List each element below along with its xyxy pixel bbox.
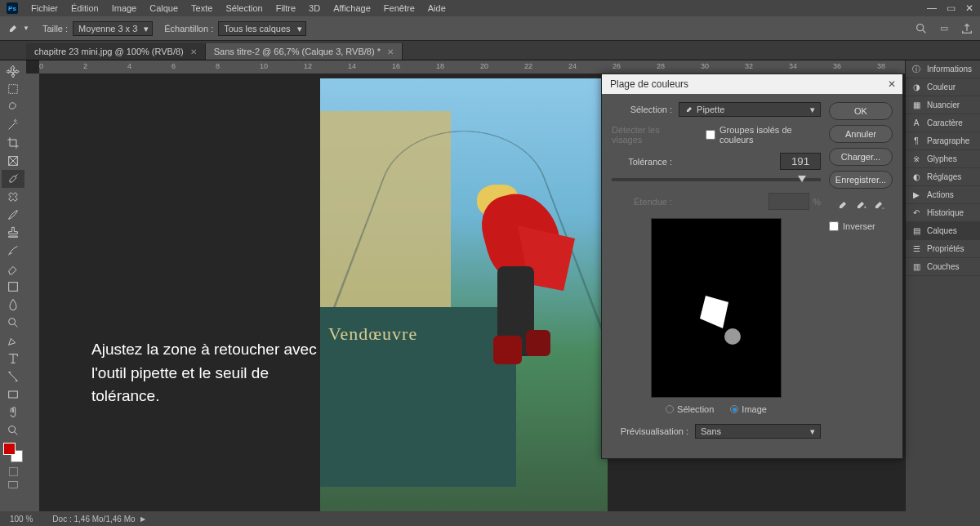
- eraser-tool[interactable]: [2, 260, 24, 278]
- save-button[interactable]: Enregistrer...: [829, 171, 893, 189]
- para-icon: ¶: [911, 136, 922, 147]
- menu-fichier[interactable]: Fichier: [24, 2, 65, 15]
- lasso-tool[interactable]: [2, 98, 24, 116]
- panel-caractère[interactable]: ACaractère: [906, 114, 980, 132]
- dodge-tool[interactable]: [2, 314, 24, 332]
- size-select[interactable]: Moyenne 3 x 3: [73, 21, 153, 36]
- search-icon[interactable]: [915, 22, 928, 35]
- rect-tool[interactable]: [2, 386, 24, 403]
- panel-actions[interactable]: ▶Actions: [906, 186, 980, 204]
- tolerance-slider[interactable]: [612, 178, 821, 181]
- document-tab[interactable]: Sans titre-2 @ 66,7% (Calque 3, RVB/8) *…: [206, 43, 403, 60]
- panel-glyphes[interactable]: ※Glyphes: [906, 150, 980, 168]
- panel-calques[interactable]: ▤Calques: [906, 222, 980, 240]
- preview-label: Prévisualisation :: [612, 426, 688, 436]
- eyedropper-icon[interactable]: [836, 198, 849, 212]
- menu-affichage[interactable]: Affichage: [327, 2, 377, 15]
- frame-icon[interactable]: ▭: [938, 22, 951, 35]
- document-tab[interactable]: chapitre 23 mini.jpg @ 100% (RVB/8)✕: [26, 43, 206, 60]
- heal-tool[interactable]: [2, 188, 24, 206]
- eyedropper-icon: [7, 22, 20, 35]
- close-tab-icon[interactable]: ✕: [190, 47, 197, 56]
- eyedropper-minus-icon[interactable]: [872, 198, 885, 212]
- char-icon: A: [911, 118, 922, 129]
- menu-3d[interactable]: 3D: [302, 2, 327, 15]
- menu-filtre[interactable]: Filtre: [270, 2, 302, 15]
- load-button[interactable]: Charger...: [829, 148, 893, 166]
- range-label: Étendue :: [612, 197, 672, 207]
- panel-propriétés[interactable]: ☰Propriétés: [906, 240, 980, 258]
- panel-couches[interactable]: ▥Couches: [906, 258, 980, 276]
- tolerance-label: Tolérance :: [612, 157, 672, 167]
- cancel-button[interactable]: Annuler: [829, 125, 893, 143]
- maximize-icon[interactable]: ▭: [947, 2, 956, 14]
- isolated-groups-checkbox[interactable]: Groupes isolés de couleurs: [706, 125, 821, 145]
- zoom-level[interactable]: 100 %: [10, 515, 33, 524]
- panel-informations[interactable]: ⓘInformations: [906, 60, 980, 78]
- svg-rect-7: [9, 481, 18, 488]
- preview-image-radio[interactable]: Image: [730, 404, 767, 414]
- screenmode-icon[interactable]: [7, 479, 20, 493]
- hand-tool[interactable]: [2, 403, 24, 421]
- minimize-icon[interactable]: —: [927, 2, 937, 14]
- swatch-icon: ▦: [911, 100, 922, 111]
- ok-button[interactable]: OK: [829, 102, 893, 120]
- panel-paragraphe[interactable]: ¶Paragraphe: [906, 132, 980, 150]
- blur-tool[interactable]: [2, 296, 24, 314]
- move-tool[interactable]: [2, 62, 24, 80]
- dialog-title-bar[interactable]: Plage de couleurs ✕: [602, 74, 902, 94]
- menu-fenêtre[interactable]: Fenêtre: [377, 2, 421, 15]
- eyedropper-plus-icon[interactable]: [854, 198, 867, 212]
- chan-icon: ▥: [911, 261, 922, 273]
- glyph-icon: ※: [911, 154, 922, 165]
- tolerance-input[interactable]: [780, 153, 821, 170]
- ruler-vertical: [26, 74, 39, 511]
- menu-édition[interactable]: Édition: [65, 2, 105, 15]
- stamp-tool[interactable]: [2, 224, 24, 242]
- menu-image[interactable]: Image: [105, 2, 144, 15]
- prop-icon: ☰: [911, 243, 922, 255]
- panel-nuancier[interactable]: ▦Nuancier: [906, 96, 980, 114]
- close-icon[interactable]: ✕: [965, 2, 973, 14]
- eyedropper-tool[interactable]: [2, 170, 24, 188]
- path-tool[interactable]: [2, 368, 24, 386]
- invert-checkbox[interactable]: Inverser: [829, 221, 893, 231]
- ruler-horizontal: 02468101214161820222426283032343638: [39, 60, 905, 74]
- gradient-tool[interactable]: [2, 278, 24, 296]
- close-icon[interactable]: ✕: [888, 78, 896, 90]
- frame-tool[interactable]: [2, 152, 24, 170]
- color-swatches[interactable]: [3, 443, 23, 462]
- zoom-tool[interactable]: [2, 421, 24, 439]
- menu-calque[interactable]: Calque: [143, 2, 185, 15]
- type-tool[interactable]: [2, 350, 24, 368]
- size-label: Taille :: [42, 24, 68, 33]
- svg-rect-5: [9, 391, 18, 398]
- sample-label: Échantillon :: [164, 24, 213, 33]
- crop-tool[interactable]: [2, 134, 24, 152]
- menu-aide[interactable]: Aide: [421, 2, 452, 15]
- wand-tool[interactable]: [2, 116, 24, 134]
- preview-dropdown[interactable]: Sans: [695, 424, 821, 439]
- history-tool[interactable]: [2, 242, 24, 260]
- toolbox: [0, 60, 26, 511]
- preview-selection-radio[interactable]: Sélection: [666, 404, 714, 414]
- marquee-tool[interactable]: [2, 80, 24, 98]
- share-icon[interactable]: [960, 22, 973, 35]
- panel-historique[interactable]: ↶Historique: [906, 204, 980, 222]
- panel-réglages[interactable]: ◐Réglages: [906, 168, 980, 186]
- selection-label: Sélection :: [612, 105, 672, 114]
- quickmask-icon[interactable]: [9, 467, 18, 476]
- app-logo: Ps: [7, 2, 18, 14]
- panel-couleur[interactable]: ◑Couleur: [906, 78, 980, 96]
- menu-sélection[interactable]: Sélection: [219, 2, 269, 15]
- chevron-down-icon[interactable]: ▼: [23, 25, 29, 32]
- brush-tool[interactable]: [2, 206, 24, 224]
- canvas[interactable]: Vendœuvre: [320, 78, 608, 511]
- close-tab-icon[interactable]: ✕: [387, 47, 394, 56]
- selection-dropdown[interactable]: Pipette: [679, 102, 821, 117]
- pen-tool[interactable]: [2, 332, 24, 350]
- sample-select[interactable]: Tous les calques: [218, 21, 305, 36]
- doc-size: Doc : 1,46 Mo/1,46 Mo: [52, 515, 135, 524]
- menu-bar: FichierÉditionImageCalqueTexteSélectionF…: [24, 2, 452, 15]
- menu-texte[interactable]: Texte: [185, 2, 219, 15]
